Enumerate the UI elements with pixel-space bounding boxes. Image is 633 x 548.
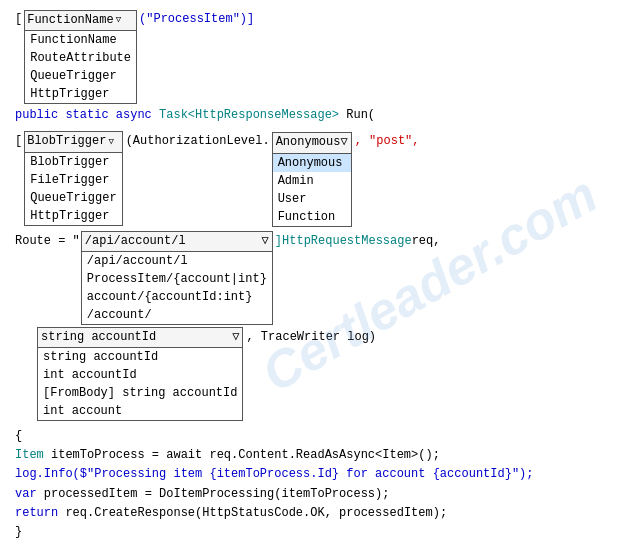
keyword-public: public static async bbox=[15, 108, 159, 122]
type-task: Task<HttpResponseMessage> bbox=[159, 108, 339, 122]
dd-item-route-1[interactable]: ProcessItem/{account|int} bbox=[82, 270, 272, 288]
dropdown-arrow-route[interactable]: ▽ bbox=[262, 232, 269, 251]
bracket-open-1: [ bbox=[15, 10, 22, 29]
dd-item-httptrigger-1[interactable]: HttpTrigger bbox=[25, 85, 136, 103]
dropdown-anonymous[interactable]: Anonymous ▽ Anonymous Admin User Functio… bbox=[272, 132, 352, 226]
var-keyword: var bbox=[15, 487, 37, 501]
item-process-text: itemToProcess = await req.Content.ReadAs… bbox=[51, 448, 440, 462]
process-item-attr: ("ProcessItem")] bbox=[139, 10, 254, 29]
brace-close-line: } bbox=[15, 523, 618, 542]
post-text: , "post", bbox=[355, 132, 420, 151]
processed-item-text: processedItem = DoItemProcessing(itemToP… bbox=[44, 487, 390, 501]
dd-item-function[interactable]: Function bbox=[273, 208, 351, 226]
dd-item-user[interactable]: User bbox=[273, 190, 351, 208]
dropdown-arrow-3[interactable]: ▽ bbox=[340, 133, 347, 152]
create-response-text: req.CreateResponse(HttpStatusCode.OK, pr… bbox=[65, 506, 447, 520]
dd-item-queuetrigger-1[interactable]: QueueTrigger bbox=[25, 67, 136, 85]
dd-item-httptrigger-2[interactable]: HttpTrigger bbox=[25, 207, 121, 225]
dd-item-param-1[interactable]: int accountId bbox=[38, 366, 242, 384]
dd-item-param-2[interactable]: [FromBody] string accountId bbox=[38, 384, 242, 402]
code-line-1: Item itemToProcess = await req.Content.R… bbox=[15, 446, 618, 465]
dd-item-param-3[interactable]: int account bbox=[38, 402, 242, 420]
dropdown-blobtrigger[interactable]: BlobTrigger ▽ BlobTrigger FileTrigger Qu… bbox=[24, 131, 122, 225]
dd-item-route-3[interactable]: /account/ bbox=[82, 306, 272, 324]
brace-open-line: { bbox=[15, 427, 618, 446]
dropdown-functionname[interactable]: FunctionName ▽ FunctionName RouteAttribu… bbox=[24, 10, 137, 104]
dropdown-anon-header: Anonymous bbox=[276, 133, 341, 152]
dropdown-arrow-2[interactable]: ▽ bbox=[108, 135, 113, 149]
dropdown-functionname-header: FunctionName bbox=[27, 11, 113, 30]
dropdown-arrow-1[interactable]: ▽ bbox=[116, 13, 121, 27]
code-line-2: log.Info($"Processing item {itemToProces… bbox=[15, 465, 618, 484]
code-line-3: var processedItem = DoItemProcessing(ite… bbox=[15, 485, 618, 504]
dropdown-route-header: /api/account/l bbox=[85, 232, 186, 251]
dropdown-blobtrigger-header: BlobTrigger bbox=[27, 132, 106, 151]
dropdown-param[interactable]: string accountId ▽ string accountId int … bbox=[37, 327, 243, 421]
dd-item-queuetrigger-2[interactable]: QueueTrigger bbox=[25, 189, 121, 207]
log-info-text: log.Info($"Processing item {itemToProces… bbox=[15, 467, 533, 481]
section-2: [ BlobTrigger ▽ BlobTrigger FileTrigger … bbox=[15, 131, 618, 421]
return-keyword: return bbox=[15, 506, 58, 520]
dd-item-anonymous[interactable]: Anonymous bbox=[273, 154, 351, 172]
dd-item-blobtrigger[interactable]: BlobTrigger bbox=[25, 153, 121, 171]
code-area: Certleader.com [ FunctionName ▽ Function… bbox=[15, 10, 618, 542]
dd-item-route-0[interactable]: /api/account/l bbox=[82, 252, 272, 270]
dd-item-param-0[interactable]: string accountId bbox=[38, 348, 242, 366]
req-text: req, bbox=[412, 232, 441, 251]
item-keyword: Item bbox=[15, 448, 44, 462]
code-line-4: return req.CreateResponse(HttpStatusCode… bbox=[15, 504, 618, 523]
dd-item-routeattribute[interactable]: RouteAttribute bbox=[25, 49, 136, 67]
section-code: { Item itemToProcess = await req.Content… bbox=[15, 427, 618, 542]
dd-item-filetrigger[interactable]: FileTrigger bbox=[25, 171, 121, 189]
run-text: Run( bbox=[339, 108, 375, 122]
dropdown-arrow-param[interactable]: ▽ bbox=[232, 328, 239, 347]
auth-level-text: (AuthorizationLevel. bbox=[126, 132, 270, 151]
section-1: [ FunctionName ▽ FunctionName RouteAttri… bbox=[15, 10, 618, 125]
bracket-open-2: [ bbox=[15, 132, 22, 151]
dropdown-param-header: string accountId bbox=[41, 328, 156, 347]
dd-item-route-2[interactable]: account/{accountId:int} bbox=[82, 288, 272, 306]
route-text: Route = " bbox=[15, 232, 80, 251]
httprequest-text: ]HttpRequestMessage bbox=[275, 232, 412, 251]
dd-item-functionname[interactable]: FunctionName bbox=[25, 31, 136, 49]
dd-item-admin[interactable]: Admin bbox=[273, 172, 351, 190]
dropdown-route[interactable]: /api/account/l ▽ /api/account/l ProcessI… bbox=[81, 231, 273, 325]
trace-writer-text: , TraceWriter log) bbox=[246, 328, 376, 347]
